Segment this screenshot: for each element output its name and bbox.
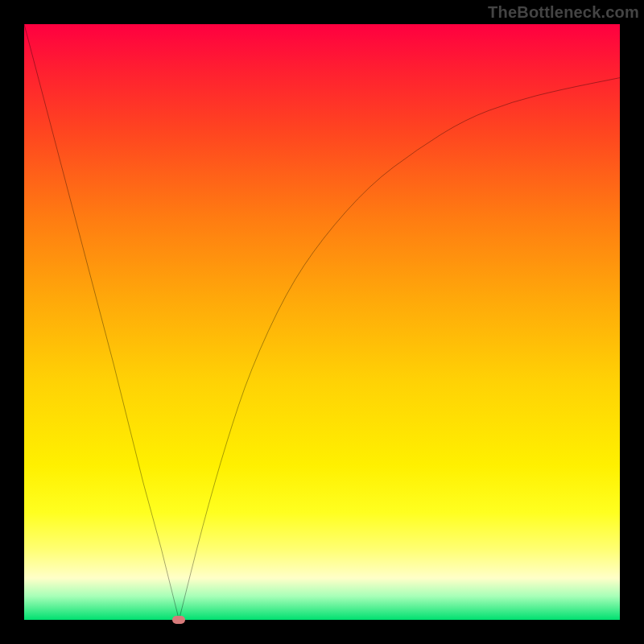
bottleneck-curve [24, 24, 620, 620]
optimum-marker [172, 616, 185, 624]
chart-frame: TheBottleneck.com [0, 0, 644, 644]
attribution-label: TheBottleneck.com [488, 3, 639, 22]
curve-path [24, 24, 620, 620]
plot-area [24, 24, 620, 620]
